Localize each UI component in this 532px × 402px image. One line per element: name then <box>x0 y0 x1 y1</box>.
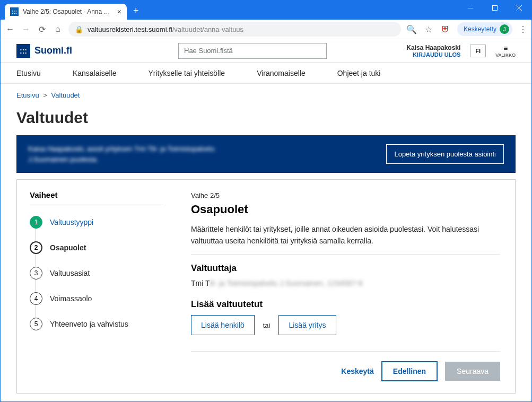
forward-button[interactable]: → <box>21 24 31 34</box>
browser-tab[interactable]: ::: Vaihe 2/5: Osapuolet - Anna valt × <box>5 4 127 20</box>
site-nav: Etusivu Kansalaiselle Yritykselle tai yh… <box>1 63 531 84</box>
divider <box>191 254 500 255</box>
maximize-button[interactable] <box>483 1 507 15</box>
tab-title: Vaihe 2/5: Osapuolet - Anna valt <box>23 8 113 15</box>
acting-on-behalf-banner: Kaisa Haapakoski, asioit yrityksen Tmi T… <box>16 135 516 173</box>
user-name: Kaisa Haapakoski <box>406 44 460 51</box>
nav-kansalaiselle[interactable]: Kansalaiselle <box>73 69 117 77</box>
stop-acting-button[interactable]: Lopeta yrityksen puolesta asiointi <box>386 144 504 164</box>
section-title: Osapuolet <box>191 203 500 216</box>
lock-icon: 🔒 <box>75 25 83 33</box>
wizard-card: Vaiheet 1 Valtuustyyppi 2 Osapuolet 3 Va… <box>16 179 516 394</box>
logo-text: Suomi.fi <box>34 45 72 56</box>
banner-text: Kaisa Haapakoski, asioit yrityksen Tmi T… <box>28 144 214 164</box>
star-icon[interactable]: ☆ <box>423 24 434 34</box>
add-company-button[interactable]: Lisää yritys <box>278 315 336 335</box>
url-path: /valtuudet/anna-valtuus <box>172 25 243 33</box>
cancel-button[interactable]: Keskeytä <box>341 367 374 375</box>
add-person-button[interactable]: Lisää henkilö <box>191 315 255 335</box>
close-window-button[interactable] <box>507 1 531 15</box>
back-button[interactable]: ← <box>5 24 15 34</box>
wizard-footer: Keskeytä Edellinen Seuraava <box>191 351 500 381</box>
previous-button[interactable]: Edellinen <box>381 361 438 381</box>
browser-menu-button[interactable]: ⋮ <box>519 24 527 34</box>
window-controls <box>458 1 531 15</box>
search-placeholder: Hae Suomi.fistä <box>184 47 233 55</box>
steps-column: Vaiheet 1 Valtuustyyppi 2 Osapuolet 3 Va… <box>17 180 176 393</box>
or-label: tai <box>263 321 271 329</box>
url-host: valtuusrekisteri.test.suomi.fi <box>88 25 172 33</box>
step-1[interactable]: 1 Valtuustyyppi <box>30 216 163 229</box>
home-button[interactable]: ⌂ <box>53 24 63 34</box>
steps-title: Vaiheet <box>30 190 163 205</box>
step-2[interactable]: 2 Osapuolet <box>30 241 163 254</box>
profile-paused[interactable]: Keskeytetty J <box>457 22 512 36</box>
main-column: Vaihe 2/5 Osapuolet Määrittele henkilöt … <box>176 180 515 393</box>
step-3[interactable]: 3 Valtuusasiat <box>30 267 163 279</box>
new-tab-button[interactable]: + <box>133 5 139 16</box>
breadcrumb-home[interactable]: Etusivu <box>16 91 39 99</box>
add-heading: Lisää valtuutetut <box>191 299 500 310</box>
menu-button[interactable]: ≡ VALIKKO <box>495 44 516 58</box>
address-bar[interactable]: 🔒 valtuusrekisteri.test.suomi.fi/valtuud… <box>68 22 401 37</box>
shield-icon[interactable]: ⛨ <box>440 24 451 34</box>
breadcrumb-current[interactable]: Valtuudet <box>51 91 80 99</box>
search-input[interactable]: Hae Suomi.fistä <box>178 43 327 59</box>
add-row: Lisää henkilö tai Lisää yritys <box>191 315 500 335</box>
url-bar: ← → ⟳ ⌂ 🔒 valtuusrekisteri.test.suomi.fi… <box>1 20 531 39</box>
nav-etusivu[interactable]: Etusivu <box>16 69 41 77</box>
favicon: ::: <box>10 7 19 16</box>
tab-close-icon[interactable]: × <box>117 7 121 16</box>
step-5[interactable]: 5 Yhteenveto ja vahvistus <box>30 318 163 330</box>
logout-link[interactable]: KIRJAUDU ULOS <box>406 51 460 58</box>
title-bar: ::: Vaihe 2/5: Osapuolet - Anna valt × + <box>1 1 531 20</box>
logo-icon: ::: <box>16 44 30 58</box>
user-block: Kaisa Haapakoski KIRJAUDU ULOS <box>406 44 460 58</box>
svg-rect-1 <box>493 6 498 11</box>
section-description: Määrittele henkilöt tai yritykset, joill… <box>191 224 500 247</box>
zoom-icon[interactable]: 🔍 <box>406 24 417 34</box>
grantor-value: Tmi Tili- ja Toimistopalvelu J.Suomainen… <box>191 279 500 287</box>
page-viewport[interactable]: ::: Suomi.fi Hae Suomi.fistä Kaisa Haapa… <box>1 39 531 401</box>
language-selector[interactable]: FI <box>470 45 486 57</box>
nav-ohjeet[interactable]: Ohjeet ja tuki <box>337 69 381 77</box>
minimize-button[interactable] <box>458 1 483 15</box>
avatar: J <box>500 24 509 34</box>
nav-viranomaiselle[interactable]: Viranomaiselle <box>257 69 306 77</box>
step-indicator: Vaihe 2/5 <box>191 191 500 199</box>
reload-button[interactable]: ⟳ <box>37 24 47 34</box>
site-logo[interactable]: ::: Suomi.fi <box>16 44 72 58</box>
browser-window: ::: Vaihe 2/5: Osapuolet - Anna valt × +… <box>0 0 532 402</box>
page-title: Valtuudet <box>16 109 516 127</box>
breadcrumb: Etusivu > Valtuudet <box>16 91 516 99</box>
site-header: ::: Suomi.fi Hae Suomi.fistä Kaisa Haapa… <box>1 39 531 63</box>
step-4[interactable]: 4 Voimassaolo <box>30 292 163 305</box>
grantor-heading: Valtuuttaja <box>191 263 500 274</box>
paused-label: Keskeytetty <box>464 25 496 33</box>
content: Etusivu > Valtuudet Valtuudet Kaisa Haap… <box>1 84 531 401</box>
next-button[interactable]: Seuraava <box>445 362 500 381</box>
nav-yritykselle[interactable]: Yritykselle tai yhteisölle <box>148 69 225 77</box>
